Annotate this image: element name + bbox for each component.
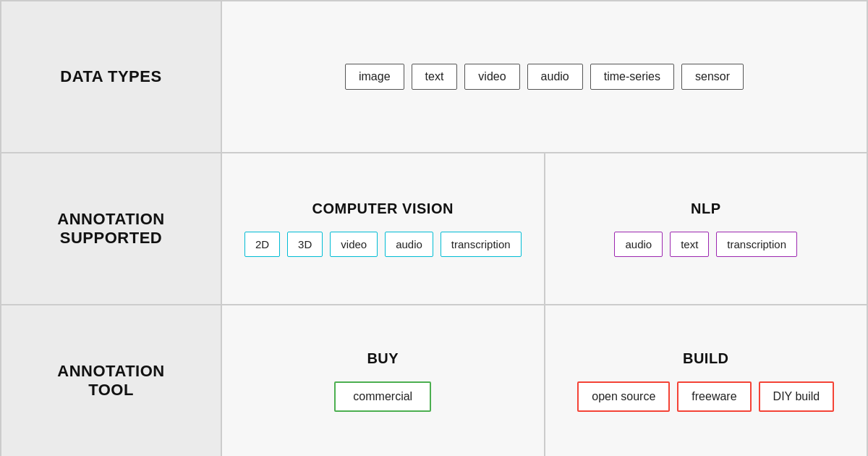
nlp-tag: transcription [716, 232, 797, 257]
data-types-content: imagetextvideoaudiotime-seriessensor [221, 1, 867, 153]
buy-tag: commercial [334, 381, 431, 412]
annotation-supported-label-text: ANNOTATION SUPPORTED [57, 210, 164, 248]
data-type-tag: image [345, 64, 404, 90]
build-cell: BUILD open sourcefreewareDIY build [545, 305, 868, 456]
cv-tag: transcription [441, 232, 522, 257]
nlp-tag: audio [614, 232, 663, 257]
annotation-tool-label-text: ANNOTATION TOOL [57, 362, 164, 400]
annotation-tool-label: ANNOTATION TOOL [1, 305, 221, 456]
nlp-tag: text [670, 232, 709, 257]
data-types-label: DATA TYPES [1, 1, 221, 153]
data-type-tag: video [464, 64, 519, 90]
data-type-tag: sensor [681, 64, 744, 90]
nlp-cell: NLP audiotexttranscription [545, 153, 868, 305]
cv-tag: 3D [287, 232, 323, 257]
buy-tags-row: commercial [334, 381, 431, 412]
data-types-label-text: DATA TYPES [60, 67, 161, 86]
annotation-supported-content: COMPUTER VISION 2D3Dvideoaudiotranscript… [221, 153, 867, 305]
cv-tag: video [330, 232, 378, 257]
data-type-tag: time-series [590, 64, 674, 90]
build-title: BUILD [683, 350, 729, 367]
cv-tag: audio [385, 232, 433, 257]
nlp-tags-row: audiotexttranscription [614, 232, 797, 257]
nlp-title: NLP [691, 200, 721, 217]
annotation-tool-content: BUY commercial BUILD open sourcefreeware… [221, 305, 867, 456]
computer-vision-cell: COMPUTER VISION 2D3Dvideoaudiotranscript… [221, 153, 545, 305]
annotation-supported-label: ANNOTATION SUPPORTED [1, 153, 221, 305]
build-tag: freeware [677, 381, 751, 412]
computer-vision-tags-row: 2D3Dvideoaudiotranscription [244, 232, 522, 257]
build-tags-row: open sourcefreewareDIY build [577, 381, 834, 412]
build-tag: DIY build [759, 381, 835, 412]
buy-cell: BUY commercial [221, 305, 545, 456]
data-type-tag: text [412, 64, 458, 90]
main-grid: DATA TYPES imagetextvideoaudiotime-serie… [0, 0, 868, 456]
build-tag: open source [577, 381, 670, 412]
buy-title: BUY [367, 350, 399, 367]
computer-vision-title: COMPUTER VISION [312, 200, 454, 217]
data-types-tags-row: imagetextvideoaudiotime-seriessensor [345, 64, 744, 90]
cv-tag: 2D [244, 232, 280, 257]
data-type-tag: audio [527, 64, 583, 90]
